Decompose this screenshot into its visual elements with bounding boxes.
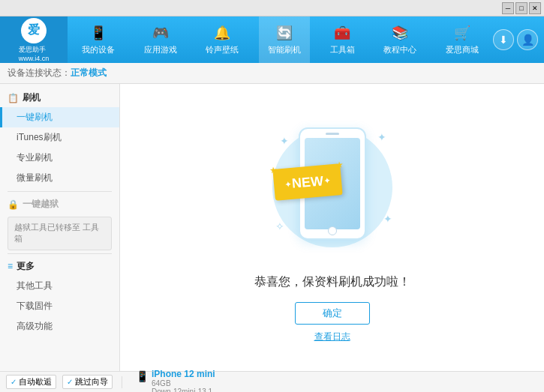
- bottom-top-row: ✓ 自动歇逅 ✓ 跳过向导 📱 iPhone 12 mini 64GB Down…: [0, 371, 544, 392]
- window-controls[interactable]: ─ □ ✕: [502, 2, 541, 14]
- sidebar-itunes-flash[interactable]: iTunes刷机: [0, 127, 119, 148]
- more-section-icon: ≡: [8, 261, 13, 271]
- nav-toolbox[interactable]: 🧰 工具箱: [321, 16, 364, 63]
- download-button[interactable]: ⬇: [493, 29, 514, 50]
- sidebar-jailbreak-header: 🔒 一键越狱: [0, 195, 119, 214]
- nav-app-games[interactable]: 🎮 应用游戏: [135, 16, 186, 63]
- success-text: 恭喜您，保资料刷机成功啦！: [254, 274, 410, 290]
- device-name: iPhone 12 mini: [152, 369, 215, 379]
- device-info-area: 📱 iPhone 12 mini 64GB Down-12mini-13,1: [131, 369, 220, 393]
- skip-wizard-check-icon: ✓: [67, 378, 73, 386]
- sparkle-2: ✦: [377, 131, 386, 143]
- skip-wizard-checkbox[interactable]: ✓ 跳过向导: [62, 375, 113, 389]
- bottom-divider: [122, 376, 122, 388]
- store-icon: 🛒: [454, 25, 470, 41]
- device-details: iPhone 12 mini 64GB Down-12mini-13,1: [152, 369, 215, 393]
- smart-flash-icon: 🔄: [276, 25, 293, 41]
- device-storage: 64GB: [152, 379, 215, 388]
- sparkle-4: ✦: [383, 213, 392, 225]
- sidebar-divider-1: [8, 191, 112, 192]
- sparkle-1: ✦: [280, 135, 289, 147]
- sidebar-micro-flash[interactable]: 微量刷机: [0, 168, 119, 188]
- minimize-button[interactable]: ─: [502, 2, 514, 14]
- phone-speaker: [326, 133, 339, 135]
- confirm-button[interactable]: 确定: [295, 302, 370, 325]
- app-games-icon: 🎮: [152, 25, 169, 41]
- jailbreak-icon: 🔒: [8, 199, 19, 210]
- status-bar: 设备连接状态： 正常模式: [0, 63, 544, 84]
- main-area: 📋 刷机 一键刷机 iTunes刷机 专业刷机 微量刷机 🔒 一键越狱 越狱工具…: [0, 84, 544, 371]
- new-banner: ✦NEW✦: [272, 163, 342, 201]
- my-device-icon: 📱: [90, 25, 107, 41]
- toolbox-icon: 🧰: [334, 25, 350, 41]
- nav-smart-flash[interactable]: 🔄 智能刷机: [259, 16, 310, 63]
- sidebar-one-click-flash[interactable]: 一键刷机: [0, 107, 119, 127]
- flash-section-icon: 📋: [8, 93, 19, 103]
- close-button[interactable]: ✕: [529, 2, 541, 14]
- nav-bar: 爱 爱思助手 www.i4.cn 📱 我的设备 🎮 应用游戏 🔔 铃声壁纸 🔄 …: [0, 16, 544, 63]
- device-phone-icon: 📱: [136, 370, 149, 382]
- status-value: 正常模式: [71, 67, 107, 79]
- title-bar: ─ □ ✕: [0, 0, 544, 16]
- success-illustration: ✦ ✦ ✧ ✦ ✦NEW✦: [265, 112, 400, 262]
- sidebar: 📋 刷机 一键刷机 iTunes刷机 专业刷机 微量刷机 🔒 一键越狱 越狱工具…: [0, 84, 120, 371]
- nav-store[interactable]: 🛒 爱思商城: [437, 16, 488, 63]
- sidebar-divider-2: [8, 253, 112, 254]
- auto-start-checkbox[interactable]: ✓ 自动歇逅: [6, 375, 56, 389]
- user-button[interactable]: 👤: [517, 29, 538, 50]
- sidebar-more-header: ≡ 更多: [0, 257, 119, 276]
- content-area: ✦ ✦ ✧ ✦ ✦NEW✦ 恭喜您，保资料刷机成功啦！ 确定 查看日志: [120, 84, 544, 371]
- back-to-log-link[interactable]: 查看日志: [314, 331, 350, 343]
- logo-icon: 爱: [21, 18, 47, 43]
- nav-tutorials[interactable]: 📚 教程中心: [374, 16, 425, 63]
- sidebar-download-firmware[interactable]: 下载固件: [0, 296, 119, 316]
- auto-start-check-icon: ✓: [11, 378, 17, 386]
- bottom-section: ✓ 自动歇逅 ✓ 跳过向导 📱 iPhone 12 mini 64GB Down…: [0, 371, 544, 392]
- sidebar-pro-flash[interactable]: 专业刷机: [0, 148, 119, 168]
- nav-items: 📱 我的设备 🎮 应用游戏 🔔 铃声壁纸 🔄 智能刷机 🧰 工具箱 📚 教程中心…: [68, 16, 493, 63]
- phone-home-button: [328, 226, 337, 235]
- nav-right: ⬇ 👤: [493, 29, 544, 50]
- logo-text: 爱思助手 www.i4.cn: [19, 45, 50, 62]
- sidebar-flash-header: 📋 刷机: [0, 88, 119, 107]
- ringtone-icon: 🔔: [214, 25, 230, 41]
- sparkle-3: ✧: [275, 220, 284, 232]
- maximize-button[interactable]: □: [515, 2, 527, 14]
- nav-my-device[interactable]: 📱 我的设备: [73, 16, 124, 63]
- tutorials-icon: 📚: [392, 25, 408, 41]
- sidebar-other-tools[interactable]: 其他工具: [0, 276, 119, 296]
- nav-ringtone[interactable]: 🔔 铃声壁纸: [197, 16, 248, 63]
- logo-area: 爱 爱思助手 www.i4.cn: [0, 16, 68, 63]
- jailbreak-note: 越狱工具已转移至 工具箱: [8, 217, 112, 250]
- sidebar-advanced[interactable]: 高级功能: [0, 316, 119, 337]
